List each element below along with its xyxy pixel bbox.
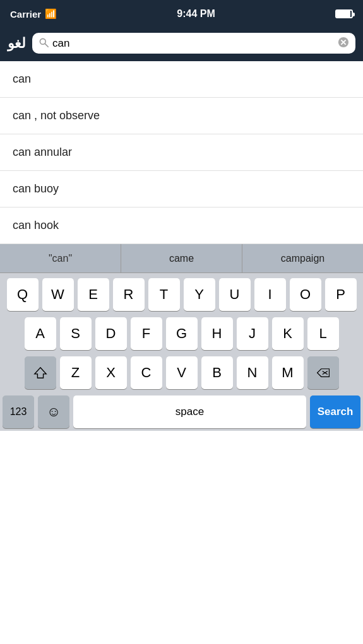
search-icon: [39, 37, 49, 50]
suggestion-item[interactable]: can buoy: [0, 171, 363, 208]
key-v[interactable]: V: [166, 356, 198, 389]
suggestion-item[interactable]: can: [0, 61, 363, 98]
search-button[interactable]: Search: [310, 395, 360, 428]
autocomplete-item-came[interactable]: came: [121, 244, 242, 272]
suggestion-item[interactable]: can hook: [0, 208, 363, 244]
status-left: Carrier 📶: [10, 8, 57, 20]
key-a[interactable]: A: [25, 317, 56, 350]
suggestions-list: can can , not observe can annular can bu…: [0, 61, 363, 244]
key-d[interactable]: D: [95, 317, 127, 350]
key-r[interactable]: R: [113, 278, 145, 311]
clear-button[interactable]: [338, 37, 349, 50]
key-p[interactable]: P: [325, 278, 357, 311]
wifi-icon: 📶: [45, 8, 57, 20]
battery-icon: [335, 9, 353, 18]
key-f[interactable]: F: [131, 317, 162, 350]
key-h[interactable]: H: [201, 317, 233, 350]
key-o[interactable]: O: [290, 278, 321, 311]
autocomplete-item-quoted[interactable]: "can": [0, 244, 121, 272]
keyboard-row-3: Z X C V B N M: [3, 356, 360, 389]
shift-key[interactable]: [25, 356, 56, 389]
keyboard-row-2: A S D F G H J K L: [3, 317, 360, 350]
keyboard-row-1: Q W E R T Y U I O P: [3, 278, 360, 311]
key-e[interactable]: E: [78, 278, 109, 311]
key-q[interactable]: Q: [7, 278, 39, 311]
key-u[interactable]: U: [219, 278, 251, 311]
suggestion-item[interactable]: can , not observe: [0, 98, 363, 134]
key-n[interactable]: N: [237, 356, 268, 389]
key-x[interactable]: X: [95, 356, 127, 389]
key-b[interactable]: B: [201, 356, 233, 389]
key-c[interactable]: C: [131, 356, 162, 389]
keyboard: Q W E R T Y U I O P A S D F G H J K L Z …: [0, 273, 363, 431]
svg-line-1: [45, 44, 48, 47]
key-k[interactable]: K: [272, 317, 304, 350]
key-i[interactable]: I: [254, 278, 286, 311]
key-j[interactable]: J: [237, 317, 268, 350]
status-bar: Carrier 📶 9:44 PM: [0, 0, 363, 28]
key-g[interactable]: G: [166, 317, 198, 350]
suggestion-item[interactable]: can annular: [0, 134, 363, 171]
key-t[interactable]: T: [148, 278, 180, 311]
key-z[interactable]: Z: [60, 356, 92, 389]
key-y[interactable]: Y: [184, 278, 215, 311]
key-s[interactable]: S: [60, 317, 92, 350]
svg-marker-5: [34, 368, 45, 378]
key-l[interactable]: L: [307, 317, 339, 350]
search-bar-container: [32, 33, 355, 54]
keyboard-bottom-row: 123 ☺ space Search: [3, 395, 360, 428]
status-right: [335, 9, 353, 18]
search-header: لغو: [0, 28, 363, 61]
search-input[interactable]: [52, 37, 334, 50]
space-key[interactable]: space: [73, 395, 306, 428]
autocomplete-bar: "can" came campaign: [0, 244, 363, 273]
carrier-label: Carrier: [10, 9, 41, 20]
key-m[interactable]: M: [272, 356, 304, 389]
status-time: 9:44 PM: [177, 8, 215, 20]
backspace-key[interactable]: [307, 356, 339, 389]
key-w[interactable]: W: [42, 278, 74, 311]
app-logo: لغو: [8, 35, 26, 52]
num-key[interactable]: 123: [3, 395, 34, 428]
autocomplete-item-campaign[interactable]: campaign: [242, 244, 363, 272]
emoji-key[interactable]: ☺: [38, 395, 69, 428]
